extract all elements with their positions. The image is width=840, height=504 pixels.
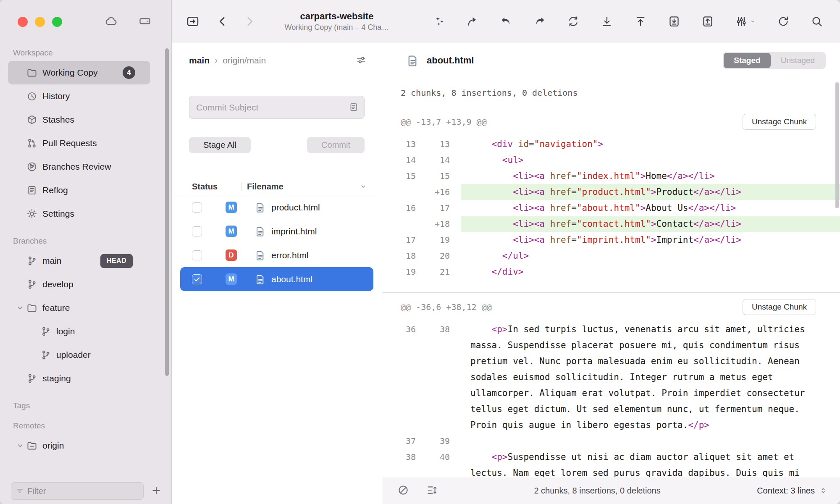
redo-button[interactable] — [533, 15, 546, 28]
line-number-old: 13 — [382, 136, 416, 152]
chunk-header: @@ -36,6 +38,12 @@ — [401, 302, 492, 312]
sidebar-item-reflog[interactable]: Reflog — [8, 178, 150, 202]
push-icon — [634, 15, 647, 28]
undo-button[interactable] — [500, 15, 512, 28]
commit-button[interactable]: Commit — [307, 137, 365, 153]
sidebar-scrollbar[interactable] — [165, 48, 169, 376]
changes-view-options-button[interactable] — [356, 55, 367, 67]
pull-button[interactable] — [601, 15, 613, 28]
sidebar-item-label: develop — [42, 279, 74, 289]
code-line: <li><a href="imprint.html">Imprint</a></… — [461, 232, 810, 248]
commit-template-icon[interactable] — [349, 102, 359, 112]
column-filename[interactable]: Filename — [247, 182, 284, 192]
minimize-button[interactable] — [35, 17, 45, 27]
folder-icon — [26, 67, 37, 78]
repository-title: carparts-website — [280, 11, 394, 22]
sidebar-item-label: Branches Review — [42, 162, 111, 172]
status-badge-m: M — [226, 273, 237, 285]
stage-all-button[interactable]: Stage All — [189, 137, 251, 153]
tab-staged[interactable]: Staged — [724, 53, 770, 68]
checkout-icon — [466, 15, 479, 28]
diff-summary: 2 chunks, 8 insertions, 0 deletions — [382, 78, 840, 108]
staged-toggle: Staged Unstaged — [723, 52, 826, 69]
push-button[interactable] — [634, 15, 647, 28]
gear-icon — [26, 208, 37, 219]
refresh-button[interactable] — [777, 15, 790, 28]
cloud-accounts-button[interactable] — [105, 15, 118, 29]
diff-scrollbar[interactable] — [835, 82, 839, 208]
wand-button[interactable] — [433, 15, 445, 28]
stage-checkbox[interactable] — [192, 274, 202, 284]
unstage-chunk-button[interactable]: Unstage Chunk — [743, 299, 816, 315]
sidebar-section-label: Branches — [13, 236, 171, 246]
sidebar-item-label: Settings — [42, 209, 74, 219]
file-row-about.html[interactable]: Mabout.html — [180, 267, 373, 291]
filter-field[interactable] — [11, 482, 144, 500]
stash-pop-icon — [701, 15, 714, 28]
stage-checkbox[interactable] — [192, 226, 202, 236]
sidebar-item-develop[interactable]: develop — [8, 273, 150, 296]
view-options-icon — [735, 15, 748, 28]
breadcrumb-branch[interactable]: main — [189, 55, 210, 66]
chevron-left-icon — [216, 15, 229, 28]
back-button[interactable] — [216, 15, 229, 28]
line-number-new: 15 — [416, 168, 456, 184]
stage-checkbox[interactable] — [192, 202, 202, 213]
view-options-button[interactable] — [735, 15, 756, 28]
sidebar-item-feature[interactable]: feature — [8, 296, 150, 320]
stash-save-button[interactable] — [668, 15, 680, 28]
file-row-error.html[interactable]: Derror.html — [180, 243, 373, 267]
sidebar-item-working-copy[interactable]: Working Copy4 — [8, 61, 150, 84]
line-number-old: 36 — [382, 321, 416, 337]
tab-unstaged[interactable]: Unstaged — [771, 53, 825, 68]
sidebar-item-stashes[interactable]: Stashes — [8, 108, 150, 131]
head-badge: HEAD — [100, 254, 133, 268]
commit-panel: main › origin/main Stage All Commit Stat… — [172, 43, 382, 504]
sidebar-item-branches-review[interactable]: Branches Review — [8, 155, 150, 178]
diff-line: 1414 <ul> — [382, 152, 840, 168]
sidebar-item-label: staging — [42, 373, 71, 383]
unstage-chunk-button[interactable]: Unstage Chunk — [743, 114, 816, 130]
file-row-imprint.html[interactable]: Mimprint.html — [180, 219, 373, 243]
checkout-button[interactable] — [466, 15, 479, 28]
chevron-down-icon — [16, 303, 25, 312]
sync-button[interactable] — [567, 15, 580, 28]
breadcrumb-upstream[interactable]: origin/main — [223, 55, 266, 66]
diff-body: 2 chunks, 8 insertions, 0 deletions @@ -… — [382, 78, 840, 504]
sidebar-section-label: Tags — [13, 401, 171, 410]
sort-chevron-icon[interactable] — [359, 182, 368, 191]
stage-checkbox[interactable] — [192, 250, 202, 260]
forward-button[interactable] — [243, 15, 256, 28]
local-repositories-button[interactable] — [139, 15, 151, 29]
undo-icon — [500, 15, 512, 28]
context-lines-control[interactable]: Context: 3 lines — [757, 486, 827, 496]
sidebar-item-staging[interactable]: staging — [8, 367, 150, 390]
sidebar-item-label: origin — [42, 441, 64, 451]
status-badge-d: D — [226, 249, 237, 261]
commit-subject-input[interactable] — [189, 96, 365, 119]
line-spacing-button[interactable] — [426, 484, 438, 497]
diff-chunk: @@ -36,6 +38,12 @@Unstage Chunk3638 <p>I… — [382, 292, 840, 481]
zoom-button[interactable] — [52, 17, 62, 27]
column-status[interactable]: Status — [192, 182, 242, 192]
sidebar-item-label: uploader — [56, 350, 91, 360]
diff-line: 3840 <p>Suspendisse ut nisi ac diam auct… — [382, 449, 840, 481]
ignore-whitespace-button[interactable] — [397, 484, 409, 497]
sidebar-item-history[interactable]: History — [8, 84, 150, 108]
sidebar-item-uploader[interactable]: uploader — [8, 343, 150, 367]
sidebar-item-origin[interactable]: origin — [8, 434, 150, 457]
open-repository-button[interactable] — [186, 15, 200, 28]
close-button[interactable] — [18, 17, 28, 27]
sidebar-item-login[interactable]: login — [8, 320, 150, 343]
code-line: <div id="navigation"> — [461, 136, 810, 152]
sidebar-item-pull-requests[interactable]: Pull Requests — [8, 131, 150, 155]
breadcrumb: main › origin/main — [172, 43, 382, 78]
file-row-product.html[interactable]: Mproduct.html — [180, 195, 373, 219]
line-spacing-icon — [426, 484, 438, 496]
sidebar-item-main[interactable]: mainHEAD — [8, 249, 150, 273]
add-repository-button[interactable] — [150, 485, 162, 498]
filter-input[interactable] — [27, 486, 139, 496]
search-button[interactable] — [811, 15, 823, 28]
sidebar-item-settings[interactable]: Settings — [8, 202, 150, 226]
stash-pop-button[interactable] — [701, 15, 714, 28]
